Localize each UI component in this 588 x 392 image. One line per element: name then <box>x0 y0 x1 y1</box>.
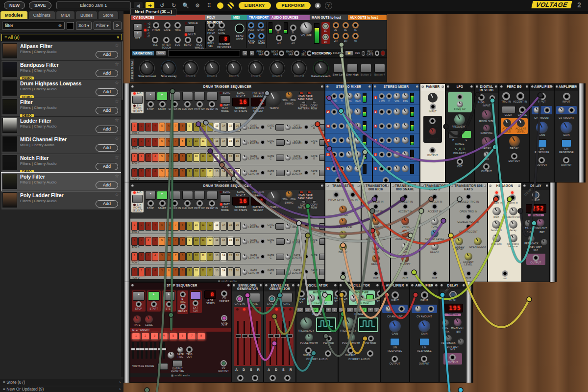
step-button-12[interactable]: 12 <box>207 123 213 131</box>
perform-knob-sine-amount[interactable]: Sine Amount <box>136 62 158 78</box>
module-transistor-808-snare[interactable]: TRANSISTOR 808 SNARETRIGGER INACCENT IN … <box>391 183 420 282</box>
jack-gate-br-out[interactable]: GATEOUT <box>221 315 228 327</box>
knob-knob[interactable] <box>308 294 315 302</box>
knob-tempo[interactable]: TEMPO <box>267 92 281 110</box>
perform-button-button-3[interactable]: Button 3 <box>359 64 373 76</box>
jack-1r[interactable]: 1R <box>322 34 329 44</box>
jack-output[interactable]: OUTPUT <box>531 255 541 264</box>
jack-trig-in[interactable]: TRIG IN <box>348 191 358 202</box>
jack-hard-br-sync[interactable]: HARDSYNC <box>334 290 338 303</box>
refresh-icon[interactable]: ⟳ <box>113 22 122 30</box>
step-button-3[interactable]: 3 <box>145 123 151 131</box>
knob-knob[interactable] <box>534 107 540 113</box>
jack-jack[interactable] <box>180 291 186 297</box>
knob-frequency[interactable]: FREQUENCY <box>452 114 468 129</box>
jack-jack[interactable] <box>147 101 154 107</box>
knob-high-cut[interactable]: HIGH CUT <box>451 318 464 330</box>
button-copy-pattern[interactable]: COPYPATTERN <box>298 101 310 110</box>
step-button-3[interactable]: 3 <box>145 237 151 246</box>
jack-out[interactable]: OUT <box>340 270 346 280</box>
jack-jack[interactable] <box>493 194 500 201</box>
module-amplifier[interactable]: AMPLIFIERINPUT CV AMOUNT GAIN LIN RESPON… <box>554 83 579 183</box>
jack-2l[interactable]: 2L <box>290 25 296 34</box>
knob-knob[interactable] <box>428 93 438 103</box>
step-button-12[interactable]: 12 <box>207 252 213 261</box>
step-button-2[interactable]: 2 <box>138 168 145 177</box>
knob-pan[interactable]: PAN <box>402 93 409 103</box>
module-oscillator[interactable]: OSCILLATOR PITCHCV MOD TYPE FREQ MOD HAR… <box>296 282 338 383</box>
perform-knob-sine-decay[interactable]: Sine Decay <box>158 62 179 78</box>
jack-jack[interactable] <box>159 200 166 207</box>
jack-r[interactable]: R <box>339 93 344 103</box>
new-updated-footer-row[interactable]: ≡ New Or Updated (9)› <box>0 386 123 392</box>
module-delay[interactable]: DELAYDEMO INPUT 195 TIME/ms TIMEHIGH CUT… <box>439 282 466 383</box>
knob-knob[interactable] <box>458 339 464 345</box>
knob-feedback[interactable]: FEEDBACK <box>524 235 539 245</box>
jack-cv-br-offset[interactable]: CVOFFSET <box>219 290 229 303</box>
knob-knob[interactable] <box>402 108 409 115</box>
jack-output[interactable]: OUTPUT <box>345 347 356 357</box>
knob-knob[interactable] <box>346 108 353 115</box>
knob-knob[interactable] <box>386 306 392 312</box>
seq8-step-4[interactable]: 4 <box>160 333 168 340</box>
rec-fan-icon[interactable] <box>362 51 365 56</box>
knob-tone[interactable]: TONE <box>372 242 380 254</box>
jack-jack[interactable] <box>260 238 266 244</box>
button-btn[interactable] <box>157 363 168 370</box>
jack-play-gate[interactable]: PLAYGATE <box>258 33 265 45</box>
module-transistor-808-kick[interactable]: TRANSISTOR 808 KICKTRIGGER INACCENT IN T… <box>361 183 391 282</box>
step-button-7[interactable]: 7 <box>172 138 179 147</box>
module-lfo[interactable]: LFOFREQ CV FREQUENCY HL RANGE ∿ ⋀ ⊓ POLA… <box>445 83 474 183</box>
step-button-7[interactable]: 7 <box>172 267 179 276</box>
range-16[interactable]: 16' <box>354 307 361 313</box>
step-button-16[interactable]: 16 <box>234 168 241 177</box>
module-digital-reverb[interactable]: DIGITAL REVERBL (M)R INPUT ROOM SIZE DAM… <box>474 83 499 183</box>
step-button-10[interactable]: 10 <box>193 153 199 162</box>
jack-jack[interactable] <box>151 301 157 307</box>
step-button-14[interactable]: 14 <box>220 222 227 231</box>
step-button-11[interactable]: 11 <box>200 138 206 147</box>
jack-closed-trig-in[interactable]: CLOSED TRIG IN <box>458 193 479 204</box>
step-button-13[interactable]: 13 <box>214 138 220 147</box>
step-button-15[interactable]: 15 <box>227 168 234 177</box>
step-button-12[interactable]: 12 <box>207 267 213 276</box>
step-button-8[interactable]: 8 <box>179 252 186 261</box>
clear-search-icon[interactable]: ⊗ <box>58 23 62 28</box>
step-button-10[interactable]: 10 <box>193 267 199 276</box>
jack-accent-in[interactable]: ACCENT IN <box>428 203 442 213</box>
knob-pulse-width[interactable]: PULSE WIDTH <box>342 334 360 345</box>
step-button-8[interactable]: 8 <box>179 222 186 231</box>
favorite-star-icon[interactable]: ☆ <box>115 173 119 179</box>
knob-knob[interactable] <box>242 125 247 130</box>
cable-visibility-icon[interactable]: ⠿ <box>205 1 213 9</box>
range-2[interactable]: 2' <box>332 307 338 313</box>
module-drum-trigger-sequencer[interactable]: DRUM TRIGGER SEQUENCER A-D E-H ROWSSELEC… <box>130 83 325 183</box>
jack-jack[interactable] <box>331 109 337 115</box>
jack-1l[interactable]: 1L <box>322 23 329 33</box>
preset-name-field[interactable]: Electro Jam 1 <box>56 1 131 9</box>
jack-jack[interactable] <box>184 200 191 207</box>
filter-dropdown[interactable]: Filter ▾ <box>94 22 111 30</box>
jack-bend[interactable]: BEND <box>184 37 192 49</box>
knob-attack[interactable]: ATTACK <box>338 206 348 217</box>
jack-pw-mod[interactable]: PW MOD <box>323 336 334 345</box>
button-copy-row[interactable]: COPYROW <box>311 200 318 209</box>
knob-vol[interactable]: VOL <box>393 93 400 103</box>
jack-r[interactable]: R <box>386 93 392 103</box>
step-button-14[interactable]: 14 <box>220 168 227 177</box>
jack-jack[interactable] <box>196 101 203 107</box>
jack-closed-accent[interactable]: CLOSED ACCENT <box>458 213 480 224</box>
knob-glide[interactable]: GLIDE <box>145 315 153 327</box>
jack-poly-vel[interactable]: POLYVEL <box>207 35 214 49</box>
jack-pitch-br-cv[interactable]: PITCHCV <box>297 290 305 303</box>
jack-input[interactable]: INPUT <box>449 291 457 302</box>
jack-jack[interactable] <box>386 109 392 115</box>
step-button-13[interactable]: 13 <box>214 267 220 276</box>
knob-gain[interactable]: GAIN <box>536 122 548 137</box>
knob-knob[interactable] <box>393 137 400 144</box>
jack-after-touch[interactable]: AFTERTOUCH <box>162 37 171 49</box>
knob-gain[interactable]: GAIN <box>418 320 430 336</box>
jack-trig-in[interactable]: TRIG IN <box>501 92 511 104</box>
tab-modules[interactable]: Modules <box>0 11 28 19</box>
jack-open-accent[interactable]: OPEN ACCENT <box>459 223 478 234</box>
